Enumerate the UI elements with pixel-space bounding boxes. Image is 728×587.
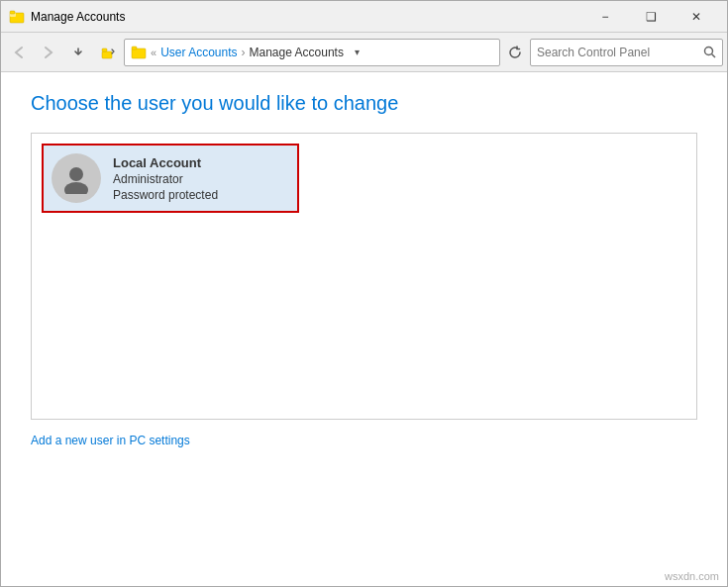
account-item[interactable]: Local Account Administrator Password pro… [42, 144, 299, 213]
up-button[interactable] [94, 39, 122, 66]
add-user-link[interactable]: Add a new user in PC settings [31, 434, 190, 447]
address-folder-icon [131, 45, 147, 60]
window-controls: − ❑ ✕ [582, 1, 719, 33]
address-bar[interactable]: « User Accounts › Manage Accounts ▾ [124, 39, 500, 66]
account-type: Administrator [113, 172, 218, 186]
page-heading: Choose the user you would like to change [31, 92, 697, 115]
svg-point-10 [64, 182, 88, 194]
watermark: wsxdn.com [665, 570, 719, 582]
search-input[interactable] [537, 46, 699, 59]
minimize-button[interactable]: − [582, 1, 628, 33]
window-icon [9, 9, 25, 25]
nav-bar: « User Accounts › Manage Accounts ▾ [1, 33, 727, 72]
svg-rect-3 [102, 51, 112, 58]
search-box[interactable] [530, 39, 723, 66]
svg-point-7 [705, 48, 713, 55]
breadcrumb-double-arrow: « [151, 47, 156, 58]
search-button[interactable] [703, 46, 716, 58]
svg-rect-5 [132, 49, 146, 58]
account-status: Password protected [113, 188, 218, 202]
svg-rect-2 [10, 11, 15, 14]
content-area: Choose the user you would like to change… [1, 72, 727, 586]
svg-point-9 [69, 167, 83, 181]
breadcrumb-part1[interactable]: User Accounts [160, 46, 237, 59]
avatar [52, 153, 101, 203]
breadcrumb-part2: Manage Accounts [250, 46, 344, 59]
account-name: Local Account [113, 155, 218, 170]
back-button[interactable] [5, 39, 33, 66]
svg-rect-4 [102, 49, 107, 51]
main-window: Manage Accounts − ❑ ✕ [0, 0, 728, 587]
account-info: Local Account Administrator Password pro… [113, 155, 218, 202]
svg-rect-6 [132, 47, 137, 49]
forward-button[interactable] [35, 39, 62, 66]
restore-button[interactable]: ❑ [628, 1, 674, 33]
svg-line-8 [712, 54, 716, 58]
address-dropdown-button[interactable]: ▾ [348, 39, 367, 66]
accounts-container: Local Account Administrator Password pro… [31, 133, 697, 420]
title-bar: Manage Accounts − ❑ ✕ [1, 1, 727, 33]
breadcrumb-separator: › [242, 46, 246, 59]
refresh-button[interactable] [502, 40, 528, 65]
close-button[interactable]: ✕ [674, 1, 719, 33]
recent-button[interactable] [64, 39, 92, 66]
breadcrumb: « User Accounts › Manage Accounts [151, 46, 344, 59]
window-title: Manage Accounts [31, 10, 582, 24]
